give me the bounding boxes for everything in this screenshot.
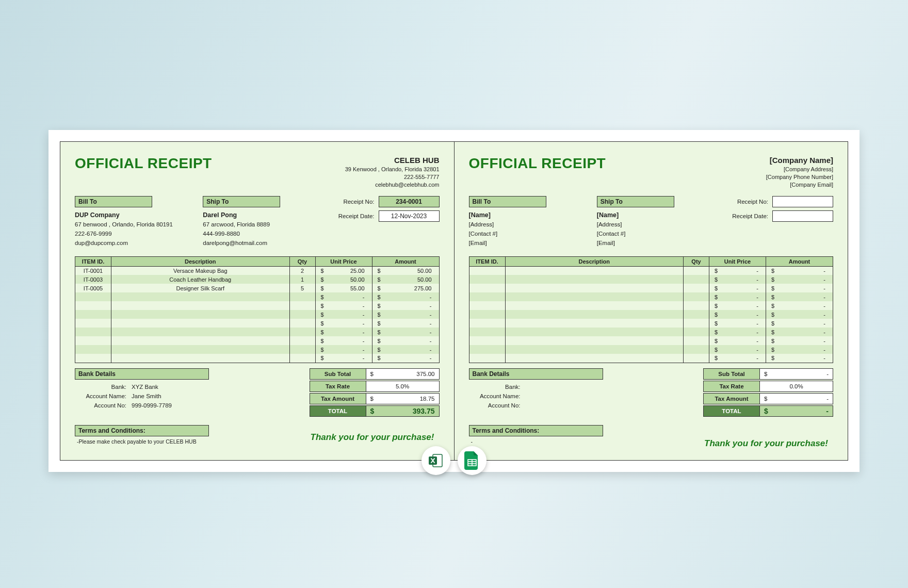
table-cell: $- <box>372 345 439 354</box>
table-row: $-$- <box>75 319 440 328</box>
table-row: $-$- <box>75 354 440 363</box>
items-table: ITEM ID. Description Qty Unit Price Amou… <box>469 256 834 363</box>
company-block: CELEB HUB 39 Kenwood , Orlando, Florida … <box>345 155 440 189</box>
table-cell: $- <box>372 328 439 336</box>
table-row: $-$- <box>469 266 833 275</box>
ship-to-block: Ship To [Name] [Address] [Contact #] [Em… <box>597 196 712 248</box>
table-cell <box>469 292 505 301</box>
table-cell: $- <box>766 301 833 310</box>
table-row: $-$- <box>75 336 440 345</box>
col-item-id: ITEM ID. <box>75 256 111 266</box>
table-cell <box>505 266 684 275</box>
bill-to-block: Bill To DUP Company 67 benwood , Orlando… <box>75 196 190 248</box>
table-cell: $- <box>372 301 439 310</box>
tax-amount-value: - <box>826 394 829 404</box>
col-qty: Qty <box>289 256 315 266</box>
table-cell <box>289 354 315 363</box>
table-row: IT-0001Versace Makeup Bag2$25.00$50.00 <box>75 266 440 275</box>
table-cell <box>505 292 684 301</box>
table-row: $-$- <box>469 345 833 354</box>
receipt-filled: OFFICIAL RECEIPT CELEB HUB 39 Kenwood , … <box>60 141 455 461</box>
table-cell <box>75 292 111 301</box>
bank-details-block: Bank Details Bank: Account Name: Account… <box>469 368 693 418</box>
table-cell: $50.00 <box>315 275 372 284</box>
totals-block: Sub Total$375.00 Tax Rate5.0% Tax Amount… <box>310 368 440 418</box>
receipt-date-value: 12-Nov-2023 <box>379 210 440 222</box>
bill-to-email: dup@dupcomp.com <box>75 239 190 248</box>
table-cell: $50.00 <box>372 275 439 284</box>
table-cell <box>469 354 505 363</box>
doc-title: OFFICIAL RECEIPT <box>469 155 606 189</box>
currency-symbol: $ <box>370 369 374 379</box>
table-cell <box>111 292 290 301</box>
table-cell <box>111 336 290 345</box>
table-cell <box>684 275 709 284</box>
table-cell: $- <box>315 319 372 328</box>
bill-to-address: 67 benwood , Orlando, Florida 80191 <box>75 220 190 230</box>
ship-to-name: [Name] <box>597 210 712 220</box>
ship-to-block: Ship To Darel Pong 67 arcwood, Florida 8… <box>203 196 318 248</box>
receipt-meta: Receipt No: 234-0001 Receipt Date: 12-No… <box>331 196 440 248</box>
table-cell: $- <box>372 319 439 328</box>
table-row: $-$- <box>75 328 440 336</box>
preview-container: OFFICIAL RECEIPT CELEB HUB 39 Kenwood , … <box>48 130 860 472</box>
table-cell: $- <box>315 310 372 319</box>
table-cell <box>505 319 684 328</box>
table-cell: Versace Makeup Bag <box>111 266 290 275</box>
receipt-date-label: Receipt Date: <box>338 213 375 219</box>
receipt-no-label: Receipt No: <box>343 199 374 205</box>
doc-title: OFFICIAL RECEIPT <box>75 155 212 189</box>
col-qty: Qty <box>684 256 709 266</box>
ship-to-email: [Email] <box>597 239 712 248</box>
tax-amount-label: Tax Amount <box>310 393 366 404</box>
table-cell: $- <box>709 284 766 292</box>
table-cell <box>469 275 505 284</box>
table-cell: $- <box>315 292 372 301</box>
table-cell <box>505 345 684 354</box>
table-cell <box>684 310 709 319</box>
subtotal-label: Sub Total <box>310 368 366 380</box>
table-cell: $- <box>315 354 372 363</box>
bill-to-name: [Name] <box>469 210 585 220</box>
table-cell: $- <box>766 328 833 336</box>
table-cell <box>684 292 709 301</box>
table-row: $-$- <box>469 310 833 319</box>
table-cell <box>505 310 684 319</box>
bill-to-block: Bill To [Name] [Address] [Contact #] [Em… <box>469 196 585 248</box>
currency-symbol: $ <box>764 369 767 379</box>
table-cell: 5 <box>289 284 315 292</box>
thank-you-text: Thank you for your purchase! <box>469 438 834 449</box>
table-cell <box>505 354 684 363</box>
ship-to-address: [Address] <box>597 220 712 230</box>
bank-details-header: Bank Details <box>469 368 603 380</box>
table-row: $-$- <box>469 336 833 345</box>
table-row: $-$- <box>469 328 833 336</box>
table-row: $-$- <box>75 310 440 319</box>
receipt-blank: OFFICIAL RECEIPT [Company Name] [Company… <box>455 141 849 461</box>
tax-rate-value: 5.0% <box>396 381 409 391</box>
table-cell: $- <box>315 301 372 310</box>
company-name: CELEB HUB <box>345 155 440 166</box>
table-cell: $- <box>372 310 439 319</box>
total-value: 393.75 <box>413 406 435 416</box>
table-cell <box>469 345 505 354</box>
table-cell <box>684 354 709 363</box>
table-cell: 1 <box>289 275 315 284</box>
acct-no-label: Account No: <box>75 402 132 409</box>
total-label: TOTAL <box>703 405 760 417</box>
table-cell: $- <box>766 275 833 284</box>
table-cell: $- <box>709 319 766 328</box>
table-cell <box>289 301 315 310</box>
receipt-meta: Receipt No: Receipt Date: <box>725 196 833 248</box>
acct-name-label: Account Name: <box>469 393 526 399</box>
table-cell <box>75 336 111 345</box>
table-cell <box>684 336 709 345</box>
table-cell <box>684 319 709 328</box>
table-cell: $- <box>315 328 372 336</box>
totals-block: Sub Total$- Tax Rate0.0% Tax Amount$- TO… <box>703 368 833 418</box>
bill-to-header: Bill To <box>469 196 546 207</box>
table-cell: $- <box>766 292 833 301</box>
currency-symbol: $ <box>764 394 767 404</box>
ship-to-address: 67 arcwood, Florida 8889 <box>203 220 318 230</box>
table-cell <box>469 301 505 310</box>
